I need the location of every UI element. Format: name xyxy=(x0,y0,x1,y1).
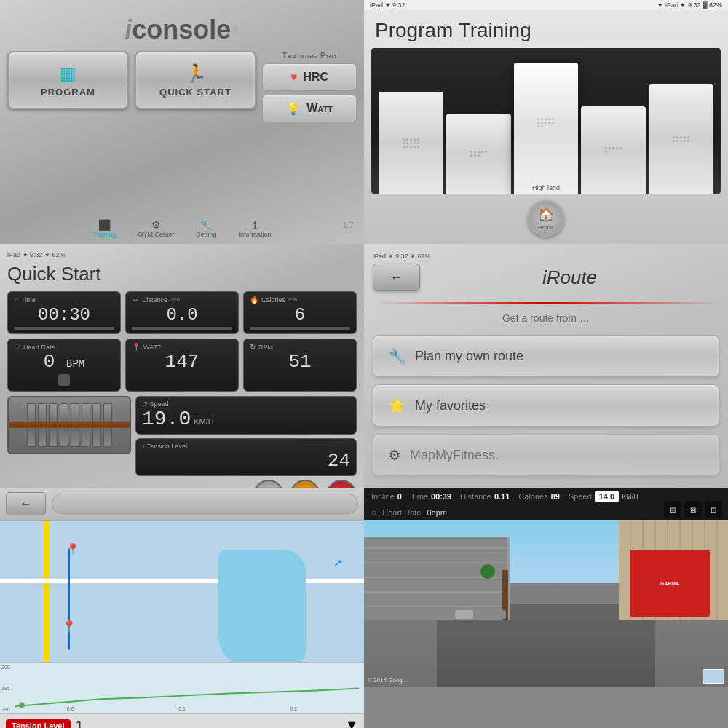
highland-label: High land xyxy=(530,182,562,194)
prog-card-2[interactable] xyxy=(446,114,511,194)
chart-x-labels: 0.0 0.1 0.2 xyxy=(0,706,364,711)
distance-stat: Distance 0.11 xyxy=(460,492,510,501)
plan-own-route-label: Plan my own route xyxy=(415,349,523,364)
panel3-status: iPad ✦ 9:32 ✦ 62% xyxy=(7,251,66,258)
elevation-chart: 200 195 190 0.0 0.1 0.2 xyxy=(0,662,364,713)
quickstart-button[interactable]: 🏃 Quick Start xyxy=(135,51,256,109)
tension-level-label: Tension Level xyxy=(6,719,71,729)
panel-program-training: iPad ✦ 9:32 ✦ iPad ✦ 9:32 ▓ 62% Program … xyxy=(364,0,728,244)
stop-button[interactable]: ■ xyxy=(326,480,357,488)
calories-slider[interactable] xyxy=(250,327,350,330)
left-status: iPad ✦ 9:32 xyxy=(370,1,405,9)
iroute-header: ← iRoute xyxy=(373,264,719,291)
map-start-pin: 📍 xyxy=(66,542,80,556)
metrics-row-2: ♡Heart Rate 0 BPM 📍WATT 147 ↻RPM 51 xyxy=(7,339,357,392)
back-button[interactable]: ← xyxy=(373,264,420,291)
speed-stat: Speed 14.0 KM/H xyxy=(569,491,638,502)
watt-metric: 📍WATT 147 xyxy=(125,339,239,392)
prog-card-center[interactable]: High land xyxy=(514,63,579,194)
distance-slider[interactable] xyxy=(132,327,232,330)
prog-card-4[interactable] xyxy=(581,106,646,194)
route-title-bar xyxy=(52,494,358,514)
program-icon: ▦ xyxy=(60,63,76,84)
program-cards[interactable]: High land xyxy=(371,48,721,194)
nav-gym[interactable]: ⚙ GYM Center xyxy=(138,219,175,238)
panel-street-view: Incline 0 Time 00:39 Distance 0.11 Calor… xyxy=(364,488,728,728)
time-slider[interactable] xyxy=(14,327,114,330)
play-button[interactable]: ▶ xyxy=(253,480,284,488)
tension-controls-row: Tension Level 1 ▼ xyxy=(0,713,364,728)
speed-value-badge: 14.0 xyxy=(595,491,619,502)
sv-car-1 xyxy=(455,610,473,619)
sv-car-2 xyxy=(488,610,506,619)
map-horizontal-road xyxy=(0,579,364,583)
tension-up-button[interactable]: ▼ xyxy=(345,718,358,728)
map-back-button[interactable]: ← xyxy=(6,492,46,515)
google-credit: © 2014 Goog... xyxy=(368,677,724,684)
plan-own-route-button[interactable]: 🔧 Plan my own route xyxy=(373,335,719,377)
heart-icon: ♥ xyxy=(290,71,298,84)
wrench-icon: 🔧 xyxy=(388,347,406,365)
mapmyfitness-button[interactable]: ⚙ MapMyFitness. xyxy=(373,434,719,476)
sv-building-left xyxy=(364,537,510,620)
metrics-row-1: ○Time 00:30 ↔Distance/km 0.0 🔥Calories/c… xyxy=(7,291,357,334)
my-favorites-button[interactable]: ⭐ My favorites xyxy=(373,384,719,427)
hrc-button[interactable]: ♥ HRC xyxy=(262,63,357,91)
prog-card-5[interactable] xyxy=(649,84,713,194)
sv-ctrl-1[interactable]: ⊞ xyxy=(664,501,681,518)
heart-rate-bar: ○ Heart Rate 0bpm ⊞ ⊠ ⊡ xyxy=(364,505,728,520)
mapmyfitness-label: MapMyFitness. xyxy=(410,448,499,463)
heart-rate-icon: ♡ xyxy=(14,343,20,351)
home-button[interactable]: 🏠 Home xyxy=(528,200,564,237)
sv-controls: ⊞ ⊠ ⊡ xyxy=(664,501,722,518)
map-route-line xyxy=(68,548,70,650)
calories-metric: 🔥Calories/cal 6 xyxy=(243,291,357,334)
speed-rotation-icon: ↺ xyxy=(142,400,148,408)
panel-quick-start: iPad ✦ 9:32 ✦ 62% Quick Start ○Time 00:3… xyxy=(0,244,364,488)
watt-pin-icon: 📍 xyxy=(132,343,141,351)
bulb-icon: 💡 xyxy=(286,102,301,116)
calories-stat: Calories 89 xyxy=(518,492,560,501)
nav-training[interactable]: ⬛ Training xyxy=(92,219,116,238)
speed-display: ↺ Speed 19.0 KM/H xyxy=(135,396,357,435)
logo-i: i xyxy=(124,15,132,44)
distance-value: 0.0 xyxy=(132,305,232,325)
hr-sensor-icon xyxy=(58,374,70,386)
hrc-label: HRC xyxy=(303,71,328,84)
sv-tree-top xyxy=(480,564,495,579)
program-button[interactable]: ▦ Program xyxy=(7,51,129,109)
nav-setting[interactable]: 🔧 Setting xyxy=(197,219,217,238)
rpm-metric: ↻RPM 51 xyxy=(243,339,357,392)
tension-display: ↕ Tension Level 24 xyxy=(135,438,357,476)
incline-stat: Incline 0 xyxy=(371,492,402,501)
right-status: ✦ iPad ✦ 9:32 ▓ 62% xyxy=(657,1,722,9)
map-back-icon: ← xyxy=(20,497,32,510)
watt-button[interactable]: 💡 Watt xyxy=(262,95,357,122)
flame-icon: 🔥 xyxy=(250,296,258,304)
sv-cars xyxy=(455,610,506,619)
calories-value: 6 xyxy=(250,305,350,325)
resistance-display xyxy=(7,396,131,454)
sv-ctrl-3[interactable]: ⊡ xyxy=(705,501,722,518)
distance-icon: ↔ xyxy=(132,296,139,304)
tension-icon: ↕ xyxy=(142,443,146,450)
sv-advertisement-sign: GARMA xyxy=(630,550,710,617)
prog-card-1[interactable] xyxy=(379,92,443,194)
logo-plus: + xyxy=(231,21,240,37)
heart-rate-metric: ♡Heart Rate 0 BPM xyxy=(7,339,121,392)
mini-map[interactable] xyxy=(703,669,724,684)
street-view-image: GARMA © 2014 Goog... xyxy=(364,520,728,687)
map-display[interactable]: 📍 📍 ↗ xyxy=(0,521,364,662)
nav-info[interactable]: ℹ Information xyxy=(239,219,272,238)
map-direction-arrow: ↗ xyxy=(333,557,342,569)
pause-button[interactable]: ⏸ xyxy=(290,480,320,488)
get-route-subtitle: Get a route from … xyxy=(373,312,719,324)
panel-map-route: ← 📍 📍 ↗ 200 195 190 0.0 0 xyxy=(0,488,364,728)
quick-start-title: Quick Start xyxy=(7,263,357,285)
watt-label: Watt xyxy=(306,102,333,115)
time-stat: Time 00:39 xyxy=(411,492,451,501)
time-value: 00:30 xyxy=(14,305,114,325)
logo-console: console xyxy=(132,15,231,44)
app-logo: iconsole+ xyxy=(7,15,357,45)
sv-ctrl-2[interactable]: ⊠ xyxy=(684,501,702,518)
